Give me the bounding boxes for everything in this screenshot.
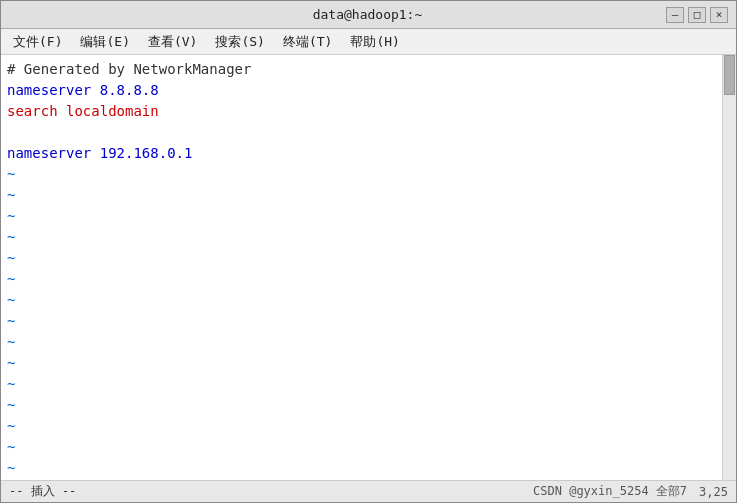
editor-content[interactable]: # Generated by NetworkManager nameserver… [1, 55, 722, 480]
editor-line-14: ~ [7, 332, 716, 353]
window-title: data@hadoop1:~ [69, 7, 666, 22]
menu-help[interactable]: 帮助(H) [342, 31, 407, 53]
editor-line-3-localdomain: localdomain [66, 103, 159, 119]
editor-line-5: nameserver 192.168.0.1 [7, 143, 716, 164]
title-bar: data@hadoop1:~ — □ × [1, 1, 736, 29]
editor-line-15: ~ [7, 353, 716, 374]
editor-line-21: ~ [7, 479, 716, 480]
editor-line-3-text: search [7, 103, 66, 119]
editor-line-17: ~ [7, 395, 716, 416]
editor-line-4 [7, 122, 716, 143]
editor-line-8: ~ [7, 206, 716, 227]
editor-line-11: ~ [7, 269, 716, 290]
window-controls: — □ × [666, 7, 728, 23]
editor-line-19: ~ [7, 437, 716, 458]
menu-view[interactable]: 查看(V) [140, 31, 205, 53]
terminal-window: data@hadoop1:~ — □ × 文件(F) 编辑(E) 查看(V) 搜… [0, 0, 737, 503]
menu-terminal[interactable]: 终端(T) [275, 31, 340, 53]
editor-line-1: # Generated by NetworkManager [7, 59, 716, 80]
editor-line-3: search localdomain [7, 101, 716, 122]
editor-line-16: ~ [7, 374, 716, 395]
status-bar: -- 插入 -- CSDN @gyxin_5254 全部7 3,25 [1, 480, 736, 502]
menu-file[interactable]: 文件(F) [5, 31, 70, 53]
scrollbar[interactable] [722, 55, 736, 480]
editor-line-12: ~ [7, 290, 716, 311]
editor-line-2: nameserver 8.8.8.8 [7, 80, 716, 101]
editor-line-18: ~ [7, 416, 716, 437]
close-button[interactable]: × [710, 7, 728, 23]
editor-line-7: ~ [7, 185, 716, 206]
maximize-button[interactable]: □ [688, 7, 706, 23]
status-right: CSDN @gyxin_5254 全部7 3,25 [533, 483, 728, 500]
minimize-button[interactable]: — [666, 7, 684, 23]
menu-edit[interactable]: 编辑(E) [72, 31, 137, 53]
editor-line-10: ~ [7, 248, 716, 269]
menu-search[interactable]: 搜索(S) [207, 31, 272, 53]
watermark-label: CSDN @gyxin_5254 全部7 [533, 483, 687, 500]
editor-line-9: ~ [7, 227, 716, 248]
editor-line-20: ~ [7, 458, 716, 479]
cursor-position: 3,25 [699, 485, 728, 499]
editor-line-13: ~ [7, 311, 716, 332]
scrollbar-thumb[interactable] [724, 55, 735, 95]
status-left: -- 插入 -- [9, 483, 76, 500]
editor-area[interactable]: # Generated by NetworkManager nameserver… [1, 55, 736, 480]
insert-mode-label: -- 插入 -- [9, 483, 76, 500]
menu-bar: 文件(F) 编辑(E) 查看(V) 搜索(S) 终端(T) 帮助(H) [1, 29, 736, 55]
editor-line-6: ~ [7, 164, 716, 185]
